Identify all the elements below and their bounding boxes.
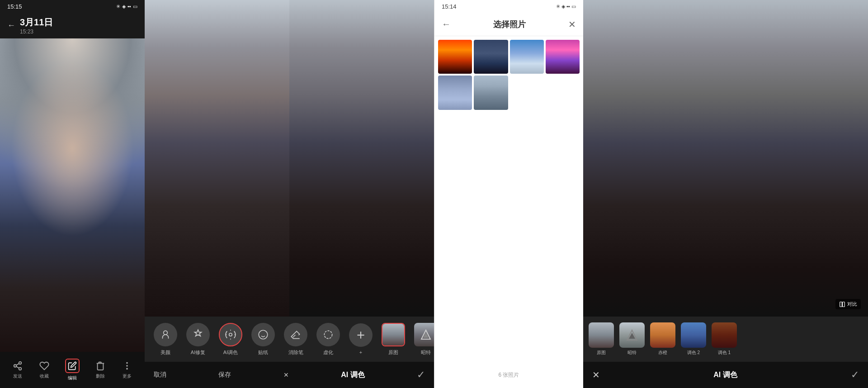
- fstrip-tiaose2-thumb: [681, 322, 706, 348]
- svg-point-5: [127, 363, 127, 364]
- close-button-2[interactable]: ✕: [283, 371, 289, 379]
- thumbnail-grid[interactable]: [0, 38, 145, 352]
- photo-count: 6 张照片: [498, 371, 519, 379]
- toolbar-more[interactable]: 更多: [122, 360, 132, 379]
- zhote-label: 昭特: [421, 349, 431, 356]
- picker-signal-icon: ▪▪: [566, 4, 570, 9]
- panel4-confirm-button[interactable]: ✓: [851, 369, 859, 381]
- picker-status-bar: 15:14 ✳ ◈ ▪▪ ▭: [434, 0, 583, 13]
- sticker-icon: [251, 323, 275, 346]
- after-photo: [289, 0, 434, 317]
- editor-image-left: [145, 0, 289, 317]
- compare-label: 对比: [847, 301, 857, 308]
- wifi-icon: ◈: [122, 4, 126, 9]
- compare-button[interactable]: 对比: [835, 299, 861, 309]
- ai-repair-icon: [186, 323, 210, 346]
- ai-color-icon: [219, 323, 242, 346]
- before-photo-bg: [145, 0, 289, 317]
- original-label: 原图: [388, 349, 398, 356]
- fstrip-tiaose1-thumb: [712, 322, 737, 348]
- filter-add-more[interactable]: +: [349, 323, 373, 355]
- filter-blur[interactable]: 虚化: [316, 323, 340, 356]
- picker-close-button[interactable]: ✕: [568, 19, 576, 30]
- fstrip-chicheng-thumb: [650, 322, 675, 348]
- fstrip-zhote-thumb: [619, 322, 645, 348]
- confirm-button-2[interactable]: ✓: [417, 369, 425, 381]
- more-icon: [122, 360, 132, 371]
- fstrip-chicheng-label: 赤橙: [658, 350, 667, 356]
- fstrip-chicheng[interactable]: 赤橙: [650, 322, 675, 356]
- eraser-icon: [284, 323, 307, 346]
- svg-point-8: [164, 331, 168, 335]
- photo-thumb-cloud[interactable]: [438, 76, 472, 109]
- status-icons-1: ✳ ◈ ▪▪ ▭: [116, 4, 137, 9]
- svg-line-4: [16, 364, 19, 365]
- toolbar-favorite[interactable]: 收藏: [39, 360, 50, 379]
- signal-icon: ▪▪: [127, 4, 131, 9]
- picker-title: 选择照片: [493, 19, 526, 30]
- fstrip-tiaose2[interactable]: 调色 2: [681, 322, 706, 356]
- toolbar-delete[interactable]: 删除: [95, 360, 106, 379]
- picker-status-icons: ✳ ◈ ▪▪ ▭: [556, 4, 576, 9]
- fstrip-tiaose2-label: 调色 2: [687, 350, 700, 356]
- zhote-thumb: [414, 323, 434, 346]
- bottom-toolbar: 发送 收藏 编辑: [0, 352, 145, 388]
- picker-header: ← 选择照片 ✕: [434, 13, 583, 36]
- svg-rect-18: [840, 302, 842, 307]
- panel4-photo: [583, 0, 868, 317]
- toolbar-edit[interactable]: 编辑: [65, 359, 80, 381]
- svg-point-9: [229, 333, 232, 336]
- original-thumb: [382, 323, 405, 346]
- status-bar-1: 15:15 ✳ ◈ ▪▪ ▭: [0, 0, 145, 13]
- fstrip-zhote[interactable]: 昭特: [619, 322, 645, 356]
- gallery-photo[interactable]: [0, 38, 145, 352]
- edit-label: 编辑: [68, 375, 77, 381]
- editor-action-bar: 取消 保存 ✕ AI 调色 ✓: [145, 362, 434, 388]
- share-label: 发送: [13, 373, 22, 379]
- panel4-close-button[interactable]: ✕: [592, 369, 600, 380]
- photo-thumb-sunset[interactable]: [438, 40, 472, 74]
- photo-grid: [434, 36, 583, 114]
- panel-editor: 美颜 AI修复 AI调色: [145, 0, 434, 388]
- svg-point-10: [259, 330, 268, 339]
- filter-original-thumb[interactable]: 原图: [382, 323, 405, 356]
- beauty-icon: [154, 323, 177, 346]
- svg-point-13: [324, 331, 332, 338]
- photo-thumb-sky[interactable]: [510, 40, 544, 74]
- ai-repair-label: AI修复: [191, 349, 205, 356]
- back-button-1[interactable]: ←: [7, 21, 15, 30]
- filter-ai-color[interactable]: AI调色: [219, 323, 242, 356]
- date-main: 3月11日: [20, 16, 53, 28]
- filter-bar: 美颜 AI修复 AI调色: [145, 317, 434, 362]
- save-button[interactable]: 保存: [218, 371, 231, 379]
- picker-battery-icon: ▭: [571, 4, 576, 9]
- time-display-1: 15:15: [7, 3, 22, 10]
- filter-sticker[interactable]: 贴纸: [251, 323, 275, 356]
- toolbar-share[interactable]: 发送: [12, 360, 23, 379]
- filter-beauty[interactable]: 美颜: [154, 323, 177, 356]
- fstrip-zhote-label: 昭特: [627, 350, 637, 356]
- picker-footer: 6 张照片: [434, 114, 583, 388]
- photo-thumb-mountain[interactable]: [474, 76, 508, 109]
- filter-ai-repair[interactable]: AI修复: [186, 323, 210, 356]
- picker-back-button[interactable]: ←: [442, 19, 451, 29]
- time-display-3: 15:14: [442, 3, 457, 10]
- battery-icon: ▭: [133, 4, 137, 9]
- blur-label: 虚化: [323, 349, 333, 356]
- date-sub: 15:23: [20, 28, 53, 35]
- panel-gallery: 15:15 ✳ ◈ ▪▪ ▭ ← 3月11日 15:23 发送: [0, 0, 145, 388]
- svg-point-0: [19, 362, 22, 364]
- share-icon: [12, 360, 23, 371]
- fstrip-original[interactable]: 原图: [589, 322, 614, 356]
- cancel-button[interactable]: 取消: [154, 371, 166, 379]
- filter-zhote-thumb[interactable]: 昭特: [414, 323, 434, 356]
- editor-title: AI 调色: [341, 370, 364, 380]
- filter-eraser[interactable]: 消除笔: [284, 323, 307, 356]
- date-info: 3月11日 15:23: [20, 16, 53, 35]
- delete-icon: [95, 360, 106, 371]
- picker-wifi-icon: ◈: [561, 4, 565, 9]
- photo-thumb-boat[interactable]: [474, 40, 508, 74]
- photo-background: [0, 38, 145, 352]
- fstrip-tiaose1[interactable]: 调色 1: [712, 322, 737, 356]
- photo-thumb-pink[interactable]: [546, 40, 580, 74]
